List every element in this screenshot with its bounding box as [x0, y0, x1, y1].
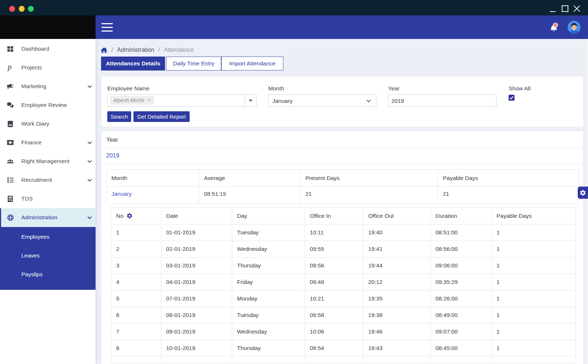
svg-text:p: p	[7, 64, 12, 71]
svg-text:0: 0	[554, 23, 556, 27]
